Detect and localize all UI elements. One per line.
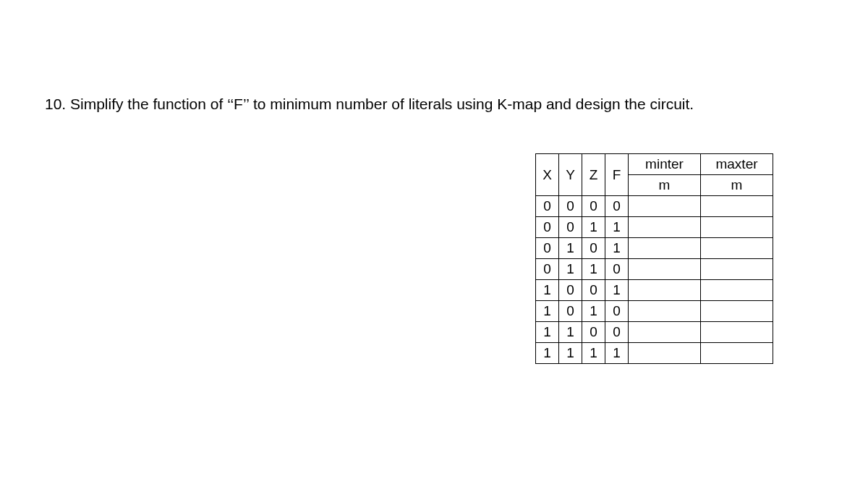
table-row: 0 1 0 1 (536, 238, 773, 259)
cell-min (629, 280, 701, 301)
cell-f: 1 (605, 343, 629, 364)
cell-min (629, 259, 701, 280)
truth-table: X Y Z F minter maxter m m 0 0 0 0 0 0 1 … (535, 153, 773, 364)
cell-max (701, 343, 773, 364)
table-row: 0 0 1 1 (536, 217, 773, 238)
cell-y: 1 (559, 238, 582, 259)
header-minterm-bot: m (629, 175, 701, 196)
cell-f: 1 (605, 238, 629, 259)
cell-max (701, 280, 773, 301)
table-row: 0 0 0 0 (536, 196, 773, 217)
table-row: 1 1 0 0 (536, 322, 773, 343)
cell-max (701, 196, 773, 217)
table-row: 1 0 1 0 (536, 301, 773, 322)
cell-y: 1 (559, 259, 582, 280)
cell-x: 1 (536, 301, 559, 322)
cell-f: 0 (605, 322, 629, 343)
cell-max (701, 217, 773, 238)
header-y: Y (559, 154, 582, 196)
header-minterm-top: minter (629, 154, 701, 175)
cell-f: 0 (605, 301, 629, 322)
cell-min (629, 217, 701, 238)
cell-min (629, 343, 701, 364)
cell-f: 1 (605, 280, 629, 301)
cell-z: 1 (582, 217, 605, 238)
cell-z: 0 (582, 196, 605, 217)
cell-z: 1 (582, 343, 605, 364)
cell-y: 1 (559, 322, 582, 343)
header-row-top: X Y Z F minter maxter (536, 154, 773, 175)
cell-x: 1 (536, 343, 559, 364)
cell-z: 0 (582, 322, 605, 343)
cell-z: 0 (582, 238, 605, 259)
cell-x: 0 (536, 238, 559, 259)
cell-z: 1 (582, 259, 605, 280)
header-maxterm-top: maxter (701, 154, 773, 175)
cell-z: 0 (582, 280, 605, 301)
header-maxterm-bot: m (701, 175, 773, 196)
cell-y: 0 (559, 217, 582, 238)
cell-x: 1 (536, 280, 559, 301)
table-row: 1 1 1 1 (536, 343, 773, 364)
cell-f: 0 (605, 259, 629, 280)
cell-f: 0 (605, 196, 629, 217)
cell-y: 0 (559, 301, 582, 322)
cell-max (701, 322, 773, 343)
cell-min (629, 196, 701, 217)
cell-x: 0 (536, 196, 559, 217)
cell-x: 0 (536, 259, 559, 280)
cell-min (629, 238, 701, 259)
table-row: 1 0 0 1 (536, 280, 773, 301)
cell-max (701, 259, 773, 280)
header-z: Z (582, 154, 605, 196)
cell-max (701, 301, 773, 322)
cell-y: 0 (559, 280, 582, 301)
cell-z: 1 (582, 301, 605, 322)
header-f: F (605, 154, 629, 196)
cell-min (629, 322, 701, 343)
cell-min (629, 301, 701, 322)
question-text: 10. Simplify the function of ‘‘F’’ to mi… (45, 96, 694, 113)
cell-f: 1 (605, 217, 629, 238)
table-row: 0 1 1 0 (536, 259, 773, 280)
truth-table-container: X Y Z F minter maxter m m 0 0 0 0 0 0 1 … (535, 153, 773, 364)
cell-y: 1 (559, 343, 582, 364)
cell-max (701, 238, 773, 259)
cell-y: 0 (559, 196, 582, 217)
header-x: X (536, 154, 559, 196)
cell-x: 0 (536, 217, 559, 238)
cell-x: 1 (536, 322, 559, 343)
